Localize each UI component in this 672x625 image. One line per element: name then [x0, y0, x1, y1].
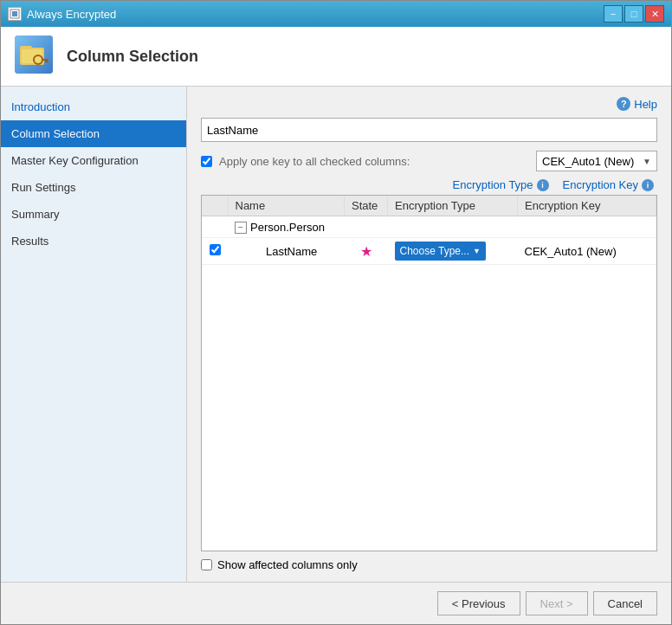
choose-type-dropdown[interactable]: Choose Type... ▼: [395, 242, 486, 261]
minimize-button[interactable]: −: [604, 5, 623, 23]
columns-table-container: Name State Encryption Type Encryption Ke…: [201, 195, 657, 551]
next-button[interactable]: Next >: [526, 591, 588, 615]
sidebar-item-run-settings[interactable]: Run Settings: [1, 174, 186, 201]
apply-key-row: Apply one key to all checked columns: CE…: [201, 151, 657, 171]
column-header-hint-row: Encryption Type i Encryption Key i: [201, 178, 657, 191]
col-header-checkbox: [202, 196, 228, 216]
title-bar: Always Encrypted − □ ✕: [1, 1, 671, 27]
sidebar-item-introduction[interactable]: Introduction: [1, 93, 186, 120]
key-dropdown[interactable]: CEK_Auto1 (New) ▼: [536, 151, 657, 171]
encryption-key-value: CEK_Auto1 (New): [525, 245, 617, 258]
col-header-encryption-type: Encryption Type: [388, 196, 518, 216]
apply-key-checkbox[interactable]: [201, 156, 212, 167]
column-name-label: LastName: [266, 245, 317, 258]
maximize-button[interactable]: □: [624, 5, 643, 23]
row-state-cell: [345, 216, 388, 238]
table-row: − Person.Person: [202, 216, 656, 238]
apply-key-label: Apply one key to all checked columns:: [219, 155, 410, 168]
choose-type-label: Choose Type...: [400, 245, 470, 257]
help-icon: ?: [617, 97, 630, 111]
header-icon-bg: [15, 35, 53, 74]
header-area: Column Selection: [1, 27, 671, 87]
encryption-key-info-icon[interactable]: i: [642, 179, 654, 191]
encryption-type-header-hint: Encryption Type i: [453, 178, 549, 191]
previous-button[interactable]: < Previous: [437, 591, 520, 615]
sidebar-item-master-key-config[interactable]: Master Key Configuration: [1, 147, 186, 174]
window-title: Always Encrypted: [27, 8, 116, 21]
row-name-cell: LastName: [228, 238, 345, 265]
content-area: Introduction Column Selection Master Key…: [1, 87, 671, 582]
show-affected-label: Show affected columns only: [217, 558, 358, 571]
table-row: LastName ★ Choose Type... ▼: [202, 238, 656, 265]
encryption-type-header-label: Encryption Type: [453, 178, 533, 191]
required-star-icon: ★: [360, 244, 372, 259]
row-name-cell: − Person.Person: [228, 216, 345, 238]
title-bar-controls: − □ ✕: [604, 5, 664, 23]
sidebar-item-column-selection[interactable]: Column Selection: [1, 120, 186, 147]
show-affected-row: Show affected columns only: [201, 558, 657, 571]
col-header-encryption-key: Encryption Key: [518, 196, 656, 216]
col-header-name: Name: [228, 196, 345, 216]
row-checkbox-cell: [202, 238, 228, 265]
help-link[interactable]: ? Help: [617, 97, 657, 111]
row-checkbox-cell: [202, 216, 228, 238]
row-enc-type-cell: [388, 216, 518, 238]
show-affected-checkbox[interactable]: [201, 559, 212, 570]
group-name: Person.Person: [250, 221, 325, 234]
encryption-key-header-label: Encryption Key: [563, 178, 638, 191]
header-icon: [15, 35, 56, 77]
col-header-state: State: [345, 196, 388, 216]
search-input[interactable]: [201, 118, 657, 142]
main-panel: ? Help Apply one key to all checked colu…: [187, 87, 671, 582]
help-row: ? Help: [201, 97, 657, 111]
svg-rect-1: [12, 11, 17, 16]
key-dropdown-value: CEK_Auto1 (New): [542, 155, 634, 168]
row-enc-type-cell: Choose Type... ▼: [388, 238, 518, 265]
page-title: Column Selection: [67, 48, 198, 66]
footer: < Previous Next > Cancel: [1, 582, 671, 624]
encryption-type-info-icon[interactable]: i: [537, 179, 549, 191]
tree-toggle-icon[interactable]: −: [235, 222, 247, 234]
sidebar: Introduction Column Selection Master Key…: [1, 87, 187, 582]
sidebar-item-summary[interactable]: Summary: [1, 201, 186, 228]
row-enc-key-cell: [518, 216, 656, 238]
help-label: Help: [634, 98, 657, 111]
title-bar-left: Always Encrypted: [8, 7, 116, 21]
columns-table: Name State Encryption Type Encryption Ke…: [202, 196, 656, 265]
row-state-cell: ★: [345, 238, 388, 265]
row-enc-key-cell: CEK_Auto1 (New): [518, 238, 656, 265]
sidebar-item-results[interactable]: Results: [1, 228, 186, 255]
choose-type-arrow-icon: ▼: [473, 247, 481, 255]
main-window: Always Encrypted − □ ✕: [0, 0, 672, 625]
encryption-key-header-hint: Encryption Key i: [563, 178, 654, 191]
cancel-button[interactable]: Cancel: [593, 591, 657, 615]
row-checkbox[interactable]: [210, 244, 221, 255]
key-dropdown-arrow-icon: ▼: [643, 157, 651, 166]
window-icon: [8, 7, 22, 21]
close-button[interactable]: ✕: [645, 5, 664, 23]
